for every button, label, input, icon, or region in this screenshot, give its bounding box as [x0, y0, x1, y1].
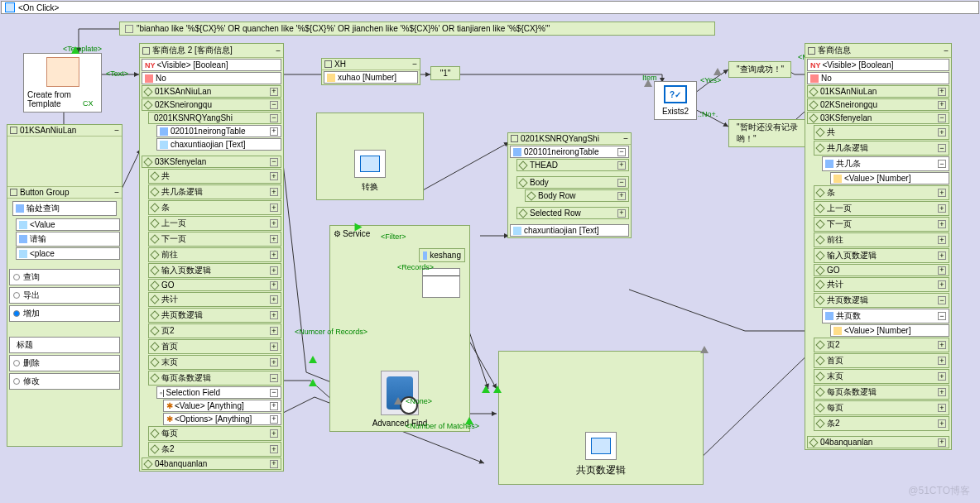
pr-r0[interactable]: 条+ [814, 185, 949, 200]
bg-foot-0[interactable]: 标题 [9, 337, 120, 353]
ys-bodyrow[interactable]: Body Row+ [525, 189, 629, 202]
p2-selfield[interactable]: ◦|Selection Field− [156, 386, 281, 399]
pr-s5[interactable]: 条2+ [814, 416, 949, 431]
p2-ban[interactable]: 04banquanlan+ [142, 457, 281, 470]
exists2-label: Exists2 [662, 107, 689, 116]
pr-visible[interactable]: NY<Visible> [Boolean] [807, 59, 949, 71]
p2-chaxun[interactable]: chaxuntiaojian [Text] [156, 138, 281, 151]
p2-selopt[interactable]: ✱<Options> [Anything]+ [163, 413, 281, 425]
pr-s3[interactable]: 每页条数逻辑+ [814, 385, 949, 400]
ys-selrow[interactable]: Selected Row+ [516, 207, 629, 219]
p2-i12[interactable]: 末页+ [148, 355, 281, 370]
p2-i0[interactable]: 共+ [148, 169, 281, 184]
tri-10 [713, 68, 722, 75]
convert-icon [360, 156, 380, 172]
p2-t1[interactable]: 条2+ [148, 442, 281, 457]
tri-1 [355, 223, 363, 232]
formula-bar: "bianhao like '%${CX}%' OR quanchen like… [119, 22, 715, 36]
bg-sub-2[interactable]: <place [16, 247, 120, 260]
p2-i2[interactable]: 条+ [148, 200, 281, 215]
pr-r5[interactable]: GO+ [814, 264, 949, 276]
bg-foot-2[interactable]: 修改 [9, 373, 120, 390]
p2-fenye[interactable]: 03KSfenyelan− [142, 156, 281, 168]
gyeshu-box[interactable]: 共页数逻辑 [498, 351, 704, 485]
p2-ksnei[interactable]: 02KSneirongqu− [142, 98, 281, 111]
pr-gys[interactable]: 共页数− [822, 309, 949, 323]
ys-thead[interactable]: THEAD+ [516, 159, 629, 171]
p2-i13[interactable]: 每页条数逻辑− [148, 371, 281, 386]
zhuanhuan-label: 转换 [362, 181, 378, 193]
p2-i11[interactable]: 首页+ [148, 339, 281, 354]
pr-r1[interactable]: 上一页+ [814, 201, 949, 216]
template-icon [46, 57, 79, 87]
p2-table[interactable]: 020101neirongTable+ [156, 125, 281, 137]
p2-i3[interactable]: 上一页+ [148, 216, 281, 231]
pr-gys-val[interactable]: <Value> [Number] [830, 324, 949, 337]
pr-ksan[interactable]: 01KSAnNiuLan+ [807, 85, 949, 98]
port-none: <None> [406, 397, 432, 405]
bg-radio-1[interactable]: 导出 [9, 287, 120, 304]
pr-s0[interactable]: 页2+ [814, 338, 949, 352]
xh-title: XH [334, 60, 346, 69]
p2-i5[interactable]: 前往+ [148, 247, 281, 262]
ys-body[interactable]: Body− [516, 176, 629, 189]
port-tri [71, 46, 79, 54]
p2-selval[interactable]: ✱<Value> [Anything]+ [163, 400, 281, 412]
port-numrec: <Numcer of Records> [295, 328, 368, 336]
tri-5 [465, 417, 473, 424]
port-filter: <Filter> [381, 232, 406, 241]
p2-ksan[interactable]: 01KSAnNiuLan+ [142, 85, 281, 98]
ys-chaxun[interactable]: chaxuntiaojian [Text] [510, 224, 629, 237]
xh-one: "1" [430, 66, 460, 80]
bg-sub-0[interactable]: <Value [16, 218, 120, 231]
port-cx: CX [83, 99, 94, 108]
yangshi-panel: 0201KSNRQYangShi− 020101neirongTable− TH… [507, 132, 632, 238]
tri-8 [700, 346, 709, 353]
pr-s2[interactable]: 末页+ [814, 369, 949, 384]
xh-val[interactable]: xuhao [Number] [324, 71, 418, 84]
p2-i6[interactable]: 输入页数逻辑+ [148, 263, 281, 278]
bg-foot-1[interactable]: 删除 [9, 355, 120, 371]
pr-ban[interactable]: 04banquanlan+ [807, 436, 949, 448]
bg-sub-1[interactable]: 请输 [16, 232, 120, 247]
bg-radio-2[interactable]: 增加 [9, 305, 120, 322]
tri-4 [394, 397, 402, 405]
port-yes: <Yes> [700, 76, 721, 84]
p2-t0[interactable]: 每页+ [148, 426, 281, 441]
pr-fenye[interactable]: 03KSfenyelan− [807, 112, 949, 124]
pr-r3[interactable]: 前往+ [814, 232, 949, 247]
formula-text: "bianhao like '%${CX}%' OR quanchen like… [137, 24, 550, 33]
bg-radio-0[interactable]: 查询 [9, 269, 120, 285]
port-no: .:No+. [698, 110, 718, 118]
pr-r6[interactable]: 共计+ [814, 277, 949, 292]
p2-no[interactable]: No [142, 72, 281, 84]
gyeshu-label: 共页数逻辑 [576, 463, 626, 477]
p2-i9[interactable]: 共页数逻辑+ [148, 308, 281, 323]
p2-i4[interactable]: 下一页+ [148, 232, 281, 247]
pr-gys-logic[interactable]: 共页数逻辑− [814, 293, 949, 308]
pr-r2[interactable]: 下一页+ [814, 217, 949, 232]
port-records: <Records> [397, 263, 434, 271]
button-group-panel: 01KSAnNiuLan− Button Group− 输处查询 <Value … [7, 124, 122, 447]
p2-i8[interactable]: 共计+ [148, 292, 281, 307]
exists2-node[interactable]: ?✓ Exists2 [654, 81, 697, 120]
p2-visible[interactable]: NY<Visible> [Boolean] [142, 59, 281, 71]
pr-gjt-val[interactable]: <Value> [Number] [830, 172, 949, 184]
port-text: <Text> [106, 69, 128, 78]
p2-i10[interactable]: 页2+ [148, 323, 281, 338]
pr-gong[interactable]: 共+ [814, 125, 949, 140]
event-icon [5, 2, 15, 12]
zhuanhuan-box[interactable]: 转换 [316, 113, 424, 200]
p2-yangshi[interactable]: 0201KSNRQYangShi− [148, 112, 281, 124]
pr-s4[interactable]: 每页+ [814, 400, 949, 415]
pr-gjt-logic[interactable]: 共几条逻辑− [814, 141, 949, 156]
pr-gjt[interactable]: 共几条− [822, 156, 949, 171]
bg-shucha[interactable]: 输处查询 [12, 201, 117, 216]
p2-i1[interactable]: 共几条逻辑+ [148, 184, 281, 199]
pr-r4[interactable]: 输入页数逻辑+ [814, 248, 949, 263]
pr-s1[interactable]: 首页+ [814, 353, 949, 368]
ys-table[interactable]: 020101neirongTable− [510, 146, 629, 158]
pr-no[interactable]: No [807, 72, 949, 84]
pr-ksnei[interactable]: 02KSneirongqu+ [807, 98, 949, 111]
p2-i7[interactable]: GO+ [148, 279, 281, 291]
